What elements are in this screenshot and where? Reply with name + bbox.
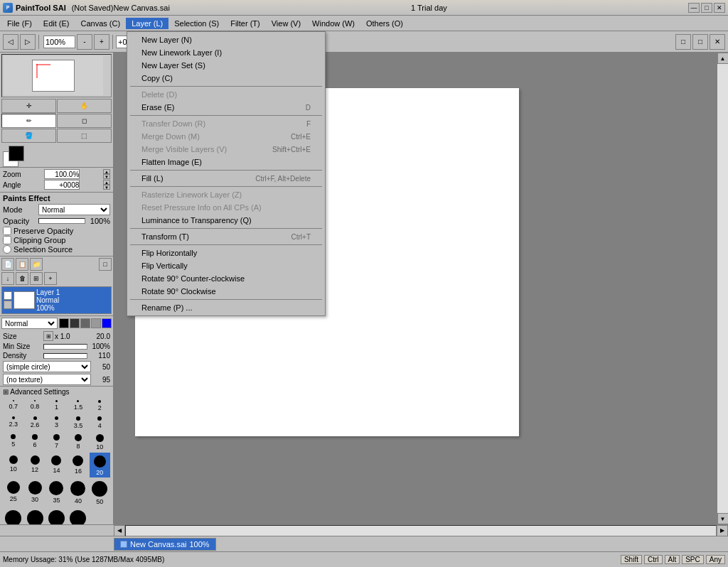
brush-size-item[interactable]: 25	[3, 478, 23, 507]
density-slider[interactable]	[43, 353, 87, 359]
zoom-minus[interactable]: -	[77, 34, 92, 50]
h-scroll-right[interactable]: ▶	[717, 525, 728, 536]
win-btn-1[interactable]: □	[675, 34, 691, 50]
menu-filter[interactable]: Filter (T)	[225, 18, 266, 29]
brush-size-item[interactable]: 40	[68, 478, 88, 507]
tool-eraser[interactable]: ◻	[57, 114, 112, 128]
menu-selection[interactable]: Selection (S)	[168, 18, 225, 29]
zoom-panel-input[interactable]	[44, 169, 80, 179]
layer-menu-item-16[interactable]: Flip Vertically	[127, 259, 325, 272]
brush-size-item[interactable]: 6	[24, 431, 45, 452]
h-scroll-left[interactable]: ◀	[114, 525, 125, 536]
maximize-button[interactable]: □	[701, 3, 712, 13]
layer-merge[interactable]: ⊞	[30, 272, 43, 285]
layer-extra[interactable]: +	[44, 272, 57, 285]
menu-canvas[interactable]: Canvas (C)	[75, 18, 127, 29]
layer-visibility[interactable]	[4, 291, 12, 300]
layer-move-down[interactable]: ↓	[1, 272, 14, 285]
menu-layer[interactable]: Layer (L)	[126, 18, 168, 29]
layer-menu-item-18[interactable]: Rotate 90° Clockwise	[127, 285, 325, 298]
selection-source-radio[interactable]	[3, 245, 11, 254]
zoom-up[interactable]: ▲	[103, 169, 110, 174]
foreground-color[interactable]	[9, 146, 24, 161]
brush-size-item[interactable]: 5	[3, 431, 23, 452]
opacity-slider[interactable]	[38, 218, 85, 224]
zoom-input[interactable]: 100%	[43, 36, 75, 48]
brush-size-item[interactable]: 12	[24, 453, 45, 477]
brush-size-item[interactable]: 3	[46, 414, 67, 431]
zoom-plus[interactable]: +	[94, 34, 109, 50]
size-scale-toggle[interactable]: ⊞	[43, 331, 53, 341]
brush-size-item[interactable]: 2.6	[24, 414, 45, 431]
brush-size-item[interactable]: 20	[90, 453, 110, 477]
preserve-opacity-checkbox[interactable]	[3, 227, 11, 235]
texture-select[interactable]: (no texture)	[3, 374, 91, 385]
brush-size-item[interactable]: 0.7	[3, 397, 23, 413]
layer-menu-item-2[interactable]: New Layer Set (S)	[127, 59, 325, 72]
brush-size-item[interactable]: 1	[46, 397, 67, 413]
layer-menu-item-19[interactable]: Rename (P) ...	[127, 301, 325, 314]
brush-size-item[interactable]: 0.8	[24, 397, 45, 413]
brush-size-item[interactable]: 130	[68, 507, 88, 524]
brush-size-item[interactable]: 14	[46, 453, 67, 477]
layer-menu-item-10[interactable]: Fill (L)Ctrl+F, Alt+Delete	[127, 172, 325, 185]
brush-color-blue[interactable]	[102, 318, 112, 328]
brush-color-mid[interactable]	[80, 318, 90, 328]
canvas-tab[interactable]: New Canvas.sai 100%	[114, 538, 216, 551]
menu-edit[interactable]: Edit (E)	[38, 18, 75, 29]
brush-color-dark[interactable]	[70, 318, 80, 328]
scroll-down-btn[interactable]: ▼	[717, 513, 729, 524]
mode-dropdown[interactable]: Normal	[38, 204, 110, 215]
brush-color-black[interactable]	[59, 318, 69, 328]
layer-item-1[interactable]: Layer 1 Normal 100%	[2, 287, 111, 313]
layer-trash[interactable]: 🗑	[16, 272, 28, 285]
brush-size-item[interactable]: 30	[24, 478, 45, 507]
brush-size-item[interactable]: 10	[90, 431, 110, 452]
brush-size-item[interactable]: 7	[46, 431, 67, 452]
layer-menu-item-13[interactable]: Luminance to Transparency (Q)	[127, 214, 325, 227]
menu-others[interactable]: Others (O)	[360, 18, 409, 29]
toolbar-btn-1[interactable]: ◁	[3, 34, 18, 50]
layer-menu-item-15[interactable]: Flip Horizontally	[127, 247, 325, 259]
min-size-slider[interactable]	[43, 344, 87, 350]
layer-menu-item-9[interactable]: Flatten Image (E)	[127, 156, 325, 168]
brush-color-light[interactable]	[91, 318, 101, 328]
layer-view[interactable]: □	[99, 258, 112, 271]
scroll-up-btn[interactable]: ▲	[717, 53, 729, 64]
menu-window[interactable]: Window (W)	[306, 18, 360, 29]
win-btn-2[interactable]: □	[692, 34, 708, 50]
brush-size-item[interactable]: 1.5	[68, 397, 88, 413]
minimize-button[interactable]: —	[688, 3, 700, 13]
tool-fill[interactable]: 🪣	[1, 129, 56, 143]
brush-size-item[interactable]: 2	[90, 397, 110, 413]
brush-size-item[interactable]: 2.3	[3, 414, 23, 431]
scroll-track-v[interactable]	[717, 64, 729, 513]
brush-size-item[interactable]: 16	[68, 453, 88, 477]
h-scroll-track[interactable]	[125, 525, 717, 536]
shape-select[interactable]: (simple circle)	[3, 361, 91, 372]
right-scrollbar[interactable]: ▲ ▼	[717, 53, 728, 524]
tool-hand[interactable]: ✋	[57, 99, 112, 113]
zoom-down[interactable]: ▼	[103, 174, 110, 179]
layer-menu-item-1[interactable]: New Linework Layer (I)	[127, 53, 325, 59]
close-button[interactable]: ✕	[714, 3, 725, 13]
win-btn-3[interactable]: ✕	[710, 34, 725, 50]
brush-size-item[interactable]: 70	[24, 507, 45, 524]
layer-new[interactable]: 📄	[1, 258, 14, 271]
menu-view[interactable]: View (V)	[266, 18, 306, 29]
brush-size-item[interactable]: 8	[68, 431, 88, 452]
brush-size-item[interactable]: 3.5	[68, 414, 88, 431]
angle-down[interactable]: ▼	[103, 185, 110, 190]
brush-size-item[interactable]: 50	[90, 478, 110, 507]
layer-folder[interactable]: 📁	[30, 258, 43, 271]
brush-size-item[interactable]: 60	[3, 507, 23, 524]
window-controls[interactable]: — □ ✕	[688, 3, 725, 13]
menu-file[interactable]: File (F)	[1, 18, 38, 29]
angle-up[interactable]: ▲	[103, 180, 110, 185]
tool-brush[interactable]: ✏	[1, 114, 56, 128]
layer-menu-item-14[interactable]: Transform (T)Ctrl+T	[127, 230, 325, 243]
brush-size-item[interactable]: 35	[46, 478, 67, 507]
toolbar-btn-2[interactable]: ▷	[20, 34, 36, 50]
brush-size-item[interactable]: 4	[90, 414, 110, 431]
layer-lock[interactable]	[4, 301, 12, 309]
